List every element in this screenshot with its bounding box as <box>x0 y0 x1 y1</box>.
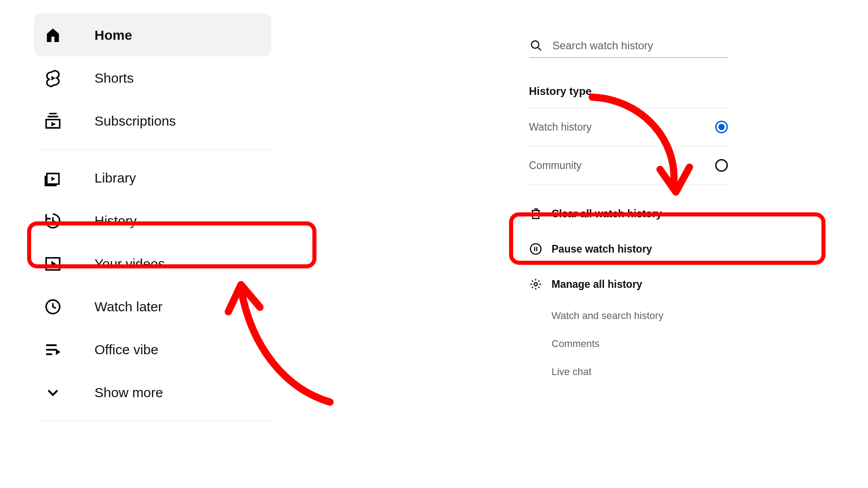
history-settings-panel: History type Watch historyCommunity Clea… <box>529 38 728 386</box>
sidebar-item-label: Library <box>94 170 136 186</box>
history-type-community[interactable]: Community <box>529 146 728 185</box>
search-icon <box>529 38 543 53</box>
library-icon <box>43 168 63 188</box>
action-label: Pause watch history <box>552 243 652 255</box>
search-watch-history[interactable] <box>529 38 728 58</box>
sidebar-item-shorts[interactable]: Shorts <box>34 56 271 99</box>
radio-icon <box>715 159 728 172</box>
watch-later-icon <box>43 297 63 317</box>
playlist-icon <box>43 340 63 360</box>
radio-icon <box>715 121 728 133</box>
radio-label: Community <box>529 160 581 172</box>
sidebar-item-label: Watch later <box>94 299 163 314</box>
sidebar-divider <box>38 149 273 150</box>
sidebar-item-library[interactable]: Library <box>34 156 271 199</box>
sidebar-item-your-videos[interactable]: Your videos <box>34 242 271 285</box>
pause-watch-history-button[interactable]: Pause watch history <box>529 231 728 267</box>
radio-label: Watch history <box>529 121 591 133</box>
sidebar-item-history[interactable]: History <box>34 199 271 242</box>
search-input[interactable] <box>552 39 728 52</box>
shorts-icon <box>43 68 63 88</box>
sidebar-item-label: History <box>94 213 137 229</box>
history-type-watch-history[interactable]: Watch history <box>529 108 728 146</box>
sublink-comments[interactable]: Comments <box>552 330 728 358</box>
sublink-watch-and-search-history[interactable]: Watch and search history <box>552 302 728 330</box>
history-type-title: History type <box>529 85 728 108</box>
sidebar-item-subscriptions[interactable]: Subscriptions <box>34 99 271 142</box>
action-label: Clear all watch history <box>552 208 662 220</box>
history-icon <box>43 211 63 231</box>
sidebar-item-label: Your videos <box>94 256 165 272</box>
subscriptions-icon <box>43 111 63 131</box>
sidebar-item-watch-later[interactable]: Watch later <box>34 285 271 328</box>
sidebar-item-label: Shorts <box>94 70 134 86</box>
trash-icon <box>529 207 542 221</box>
sidebar-item-label: Subscriptions <box>94 113 176 129</box>
sidebar: HomeShortsSubscriptions LibraryHistoryYo… <box>34 14 271 428</box>
chevron-down-icon <box>43 383 63 403</box>
gear-icon <box>529 277 542 291</box>
your-videos-icon <box>43 254 63 274</box>
home-icon <box>43 25 63 45</box>
action-label: Manage all history <box>552 278 642 291</box>
sidebar-item-label: Show more <box>94 385 163 400</box>
sidebar-item-home[interactable]: Home <box>34 14 271 56</box>
sidebar-item-playlist[interactable]: Office vibe <box>34 328 271 371</box>
manage-all-history-button[interactable]: Manage all history <box>529 267 728 302</box>
pause-circle-icon <box>529 242 542 256</box>
sublink-live-chat[interactable]: Live chat <box>552 358 728 386</box>
sidebar-item-label: Office vibe <box>94 342 158 357</box>
manage-history-sublinks: Watch and search historyCommentsLive cha… <box>552 302 728 386</box>
clear-all-watch-history-button[interactable]: Clear all watch history <box>529 196 728 231</box>
sidebar-divider <box>38 421 273 421</box>
sidebar-item-chevron-down[interactable]: Show more <box>34 371 271 414</box>
sidebar-item-label: Home <box>94 28 132 43</box>
